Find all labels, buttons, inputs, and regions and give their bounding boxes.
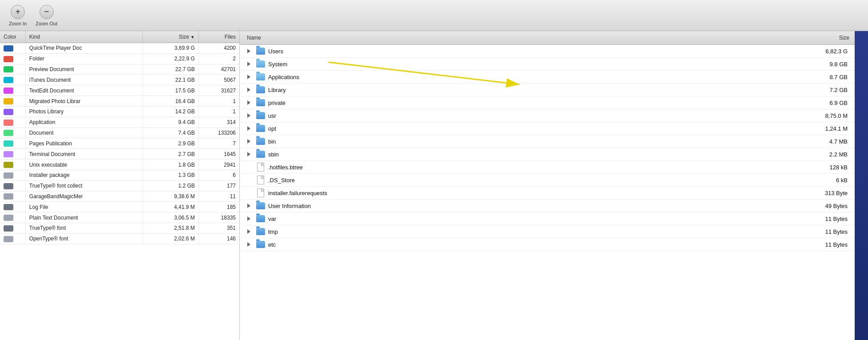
table-row[interactable]: Folder 2,22.9 G 2 — [0, 53, 239, 64]
file-name-label: sbin — [268, 151, 801, 158]
file-name-label: opt — [268, 125, 801, 132]
size-cell: 2.9 GB — [143, 138, 198, 149]
zoom-in-button[interactable]: + Zoom In — [9, 5, 27, 26]
table-row[interactable]: iTunes Document 22.1 GB 5067 — [0, 75, 239, 85]
toolbar: + Zoom In − Zoom Out — [0, 0, 868, 31]
expander-arrow-icon — [247, 75, 250, 79]
file-size-label: 49 Bytes — [801, 203, 855, 209]
file-type-icon — [256, 136, 266, 146]
files-cell: 18335 — [198, 212, 239, 223]
list-item[interactable]: tmp 11 Bytes — [240, 225, 855, 238]
color-cell — [0, 149, 25, 160]
table-row[interactable]: QuickTime Player Doc 3,69.9 G 4200 — [0, 43, 239, 54]
expander-button[interactable] — [244, 47, 253, 56]
expander-button[interactable] — [244, 150, 253, 159]
table-row[interactable]: Log File 4,41.9 M 185 — [0, 202, 239, 212]
files-cell: 2 — [198, 53, 239, 64]
table-row[interactable]: Application 9.4 GB 314 — [0, 117, 239, 128]
expander-button[interactable] — [244, 72, 253, 81]
header-size[interactable]: Size — [801, 33, 855, 43]
header-name[interactable]: Name — [240, 33, 801, 43]
main-content: Color Kind Size Files QuickTime Player D… — [0, 31, 868, 340]
table-row[interactable]: TrueType® font collect 1.2 GB 177 — [0, 180, 239, 191]
list-item[interactable]: etc 11 Bytes — [240, 238, 855, 251]
list-item[interactable]: .DS_Store 6 kB — [240, 174, 855, 187]
color-swatch — [4, 120, 13, 126]
files-cell: 1645 — [198, 149, 239, 160]
color-cell — [0, 128, 25, 138]
size-cell: 3,06.5 M — [143, 212, 198, 223]
expander-button[interactable] — [244, 201, 253, 210]
color-cell — [0, 170, 25, 180]
folder-icon — [256, 86, 265, 93]
size-cell: 9,38.6 M — [143, 191, 198, 202]
expander-button[interactable] — [244, 111, 253, 120]
list-item[interactable]: var 11 Bytes — [240, 212, 855, 225]
table-row[interactable]: TrueType® font 2,51.8 M 351 — [0, 223, 239, 234]
file-type-icon — [256, 85, 266, 95]
kind-cell: Folder — [25, 53, 143, 64]
list-item[interactable]: System 9.8 GB — [240, 58, 855, 71]
table-row[interactable]: OpenType® font 2,02.6 M 146 — [0, 233, 239, 244]
table-row[interactable]: Migrated Photo Librar 16.4 GB 1 — [0, 96, 239, 107]
list-item[interactable]: usr 8,75.0 M — [240, 109, 855, 122]
file-type-icon — [256, 227, 266, 236]
kind-cell: Terminal Document — [25, 149, 143, 160]
table-row[interactable]: Document 7.4 GB 133206 — [0, 128, 239, 138]
list-item[interactable]: Applications 8.7 GB — [240, 71, 855, 84]
file-name-label: Applications — [268, 74, 801, 80]
expander-button[interactable] — [244, 60, 253, 68]
file-name-label: Library — [268, 87, 801, 93]
files-cell: 42701 — [198, 64, 239, 75]
kind-cell: GarageBandMagicMer — [25, 191, 143, 202]
table-row[interactable]: TextEdit Document 17.5 GB 31627 — [0, 85, 239, 96]
table-row[interactable]: Plain Text Document 3,06.5 M 18335 — [0, 212, 239, 223]
expander-arrow-icon — [247, 216, 250, 221]
folder-icon — [256, 241, 265, 248]
list-item[interactable]: Library 7.2 GB — [240, 84, 855, 96]
table-row[interactable]: Pages Publication 2.9 GB 7 — [0, 138, 239, 149]
color-cell — [0, 43, 25, 54]
size-cell: 1.3 GB — [143, 170, 198, 180]
list-item[interactable]: opt 1,24.1 M — [240, 122, 855, 135]
table-row[interactable]: Installer package 1.3 GB 6 — [0, 170, 239, 180]
color-cell — [0, 96, 25, 107]
color-cell — [0, 212, 25, 223]
file-size-label: 313 Byte — [801, 190, 855, 196]
expander-button[interactable] — [244, 124, 253, 133]
list-item[interactable]: sbin 2.2 MB — [240, 148, 855, 161]
list-item[interactable]: installer.failurerequests 313 Byte — [240, 187, 855, 200]
file-size-label: 11 Bytes — [801, 241, 855, 248]
table-row[interactable]: Preview Document 22.7 GB 42701 — [0, 64, 239, 75]
color-cell — [0, 138, 25, 149]
folder-icon — [256, 151, 265, 158]
col-header-color[interactable]: Color — [0, 31, 25, 43]
file-size-label: 8,75.0 M — [801, 112, 855, 119]
expander-button[interactable] — [244, 98, 253, 107]
color-swatch — [4, 215, 13, 221]
expander-button[interactable] — [244, 227, 253, 236]
col-header-files[interactable]: Files — [198, 31, 239, 43]
list-item[interactable]: .hotfiles.btree 128 kB — [240, 161, 855, 174]
col-header-size[interactable]: Size — [143, 31, 198, 43]
list-item[interactable]: User Information 49 Bytes — [240, 200, 855, 212]
file-name-label: etc — [268, 241, 801, 248]
file-type-icon — [256, 214, 266, 224]
expander-button[interactable] — [244, 85, 253, 94]
expander-arrow-icon — [247, 62, 250, 66]
color-swatch — [4, 88, 13, 94]
list-item[interactable]: bin 4.7 MB — [240, 135, 855, 148]
expander-button[interactable] — [244, 137, 253, 146]
folder-icon — [256, 73, 265, 80]
table-row[interactable]: GarageBandMagicMer 9,38.6 M 11 — [0, 191, 239, 202]
list-item[interactable]: Users 6,82.3 G — [240, 45, 855, 58]
table-row[interactable]: Photos Library 14.2 GB 1 — [0, 106, 239, 117]
table-row[interactable]: Terminal Document 2.7 GB 1645 — [0, 149, 239, 160]
zoom-out-button[interactable]: − Zoom Out — [36, 5, 57, 26]
list-item[interactable]: private 6.9 GB — [240, 96, 855, 109]
size-cell: 2,51.8 M — [143, 223, 198, 234]
table-row[interactable]: Unix executable 1.8 GB 2941 — [0, 160, 239, 170]
expander-button[interactable] — [244, 214, 253, 223]
expander-button[interactable] — [244, 240, 253, 249]
col-header-kind[interactable]: Kind — [25, 31, 143, 43]
